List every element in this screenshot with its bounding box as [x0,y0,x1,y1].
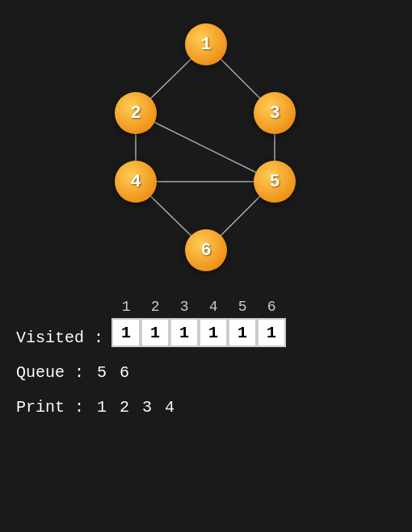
node-2: 2 [115,92,157,134]
visited-cell: 1 [111,318,141,347]
visited-section: Visited : 123456 111111 [16,299,396,347]
graph-container: 123456 [0,0,412,291]
visited-cell: 1 [257,318,286,347]
queue-label: Queue : [16,363,97,382]
visited-cell: 1 [199,318,228,347]
print-value: 3 [142,398,152,417]
node-4: 4 [115,161,157,203]
visited-headers: 123456 [111,299,286,315]
visited-header-item: 1 [111,299,141,315]
visited-cell: 1 [141,318,170,347]
print-value: 1 [97,398,107,417]
visited-with-header: 123456 111111 [103,299,286,347]
queue-row: Queue : 56 [16,363,396,382]
bottom-section: Visited : 123456 111111 Queue : 56 Print… [0,299,412,417]
queue-value: 6 [120,363,129,382]
node-1: 1 [185,23,227,65]
node-5: 5 [254,161,296,203]
print-values: 1234 [97,398,174,417]
print-value: 4 [165,398,174,417]
print-value: 2 [120,398,129,417]
visited-label: Visited : [16,329,103,347]
visited-cell: 1 [170,318,199,347]
visited-header-item: 3 [170,299,199,315]
visited-cell: 1 [228,318,257,347]
svg-line-3 [136,113,275,182]
print-row: Print : 1234 [16,398,396,417]
node-3: 3 [254,92,296,134]
visited-cells: 111111 [111,318,286,347]
queue-value: 5 [97,363,107,382]
visited-header-item: 6 [257,299,286,315]
queue-values: 56 [97,363,129,382]
visited-header-item: 4 [199,299,228,315]
visited-header-item: 5 [228,299,257,315]
print-label: Print : [16,398,97,417]
visited-header-item: 2 [141,299,170,315]
node-6: 6 [185,229,227,271]
